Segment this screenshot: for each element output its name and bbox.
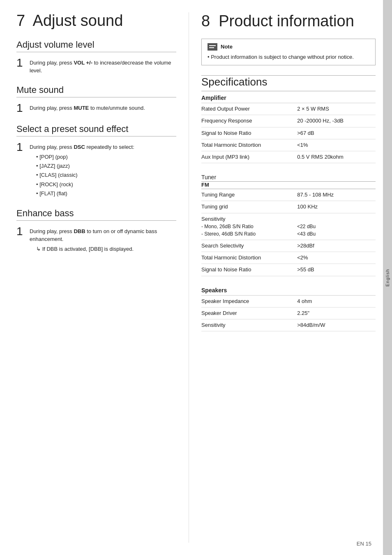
spec-value: <2%	[297, 252, 376, 264]
divider	[16, 97, 176, 97]
list-item: [FLAT] (flat)	[36, 189, 134, 198]
language-tab: English	[383, 0, 392, 555]
language-label: English	[385, 268, 390, 286]
table-row: Total Harmonic Distortion <1%	[201, 139, 376, 151]
table-row: Signal to Noise Ratio >55 dB	[201, 264, 376, 276]
spec-value: 100 KHz	[297, 201, 376, 213]
spec-label: Frequency Response	[201, 115, 297, 127]
step-1-volume: 1 During play, press VOL +/- to increase…	[16, 57, 176, 75]
spec-value: >84dB/m/W	[297, 319, 376, 331]
arrow-note: If DBB is activated, [DBB] is displayed.	[30, 245, 176, 253]
spec-label: Sensitivity - Mono, 26dB S/N Ratio - Ste…	[201, 213, 297, 240]
spec-label: Search Selectivity	[201, 240, 297, 252]
speakers-title: Speakers	[201, 284, 376, 296]
step-1-bass-text: During play, press DBB to turn on or off…	[30, 226, 176, 253]
amplifier-section: Amplifier Rated Output Power 2 × 5 W RMS…	[201, 91, 376, 163]
fm-table: Tuning Range 87.5 - 108 MHz Tuning grid …	[201, 189, 376, 276]
list-item: [POP] (pop)	[36, 153, 134, 162]
note-box: Note • Product information is subject to…	[201, 39, 376, 66]
table-row: Rated Output Power 2 × 5 W RMS	[201, 103, 376, 115]
spec-label: Speaker Driver	[201, 307, 297, 319]
amplifier-table: Rated Output Power 2 × 5 W RMS Frequency…	[201, 103, 376, 163]
divider	[16, 52, 176, 52]
table-row: Speaker Driver 2.25"	[201, 307, 376, 319]
table-row: Sensitivity - Mono, 26dB S/N Ratio - Ste…	[201, 213, 376, 240]
mute-sound-title: Mute sound	[16, 85, 176, 95]
list-item: [JAZZ] (jazz)	[36, 162, 134, 171]
section-enhance-bass: Enhance bass 1 During play, press DBB to…	[16, 208, 176, 253]
step-1-preset-text: During play, press DSC repeatedly to sel…	[30, 141, 134, 198]
spec-value: 2 × 5 W RMS	[297, 103, 376, 115]
table-row: Signal to Noise Ratio >67 dB	[201, 127, 376, 139]
divider	[16, 220, 176, 221]
step-1-bass: 1 During play, press DBB to turn on or o…	[16, 226, 176, 253]
list-item: [ROCK] (rock)	[36, 180, 134, 189]
page-footer: EN 15	[357, 541, 371, 547]
tuner-section: Tuner FM Tuning Range 87.5 - 108 MHz Tun…	[201, 171, 376, 276]
spec-value: 0.5 V RMS 20kohm	[297, 151, 376, 163]
table-row: Sensitivity >84dB/m/W	[201, 319, 376, 331]
table-row: Tuning grid 100 KHz	[201, 201, 376, 213]
left-column: 7 Adjust sound Adjust volume level 1 Dur…	[16, 12, 189, 543]
spec-label: Rated Output Power	[201, 103, 297, 115]
spec-label: Tuning Range	[201, 189, 297, 201]
table-row: Search Selectivity >28dBf	[201, 240, 376, 252]
spec-label: Speaker Impedance	[201, 296, 297, 308]
table-row: Total Harmonic Distortion <2%	[201, 252, 376, 264]
table-row: Aux Input (MP3 link) 0.5 V RMS 20kohm	[201, 151, 376, 163]
speakers-section: Speakers Speaker Impedance 4 ohm Speaker…	[201, 284, 376, 332]
spec-value: <22 dBu <43 dBu	[297, 213, 376, 240]
spec-label: Total Harmonic Distortion	[201, 252, 297, 264]
spec-value: >55 dB	[297, 264, 376, 276]
spec-label: Total Harmonic Distortion	[201, 139, 297, 151]
spec-label: Signal to Noise Ratio	[201, 264, 297, 276]
chapter8-title: 8 Product information	[201, 12, 376, 30]
sensitivity-stereo: - Stereo, 46dB S/N Ratio	[201, 231, 256, 237]
preset-list: [POP] (pop) [JAZZ] (jazz) [CLAS] (classi…	[30, 153, 134, 198]
spec-value: 4 ohm	[297, 296, 376, 308]
table-row: Speaker Impedance 4 ohm	[201, 296, 376, 308]
chapter7-title: 7 Adjust sound	[16, 12, 176, 30]
list-item: [CLAS] (classic)	[36, 171, 134, 180]
speakers-table: Speaker Impedance 4 ohm Speaker Driver 2…	[201, 296, 376, 332]
tuner-title: Tuner	[201, 171, 376, 181]
right-column: 8 Product information Note • Product inf…	[189, 12, 376, 543]
note-icon	[208, 43, 217, 51]
step-1-volume-text: During play, press VOL +/- to increase/d…	[30, 57, 176, 75]
preset-sound-title: Select a preset sound effect	[16, 124, 176, 134]
amplifier-title: Amplifier	[201, 91, 376, 103]
spec-value: >67 dB	[297, 127, 376, 139]
spec-value: 2.25"	[297, 307, 376, 319]
section-mute-sound: Mute sound 1 During play, press MUTE to …	[16, 85, 176, 114]
spec-value: >28dBf	[297, 240, 376, 252]
step-1-preset: 1 During play, press DSC repeatedly to s…	[16, 141, 176, 198]
spec-value: <1%	[297, 139, 376, 151]
note-text-content: Product information is subject to change…	[211, 54, 354, 60]
sensitivity-mono: - Mono, 26dB S/N Ratio	[201, 224, 254, 229]
table-row: Tuning Range 87.5 - 108 MHz	[201, 189, 376, 201]
note-label: Note	[221, 44, 233, 50]
specs-title: Specifications	[201, 76, 376, 88]
table-row: Frequency Response 20 -20000 Hz, -3dB	[201, 115, 376, 127]
spec-label: Aux Input (MP3 link)	[201, 151, 297, 163]
note-header: Note	[208, 43, 369, 51]
divider	[16, 136, 176, 136]
step-1-mute-text: During play, press MUTE to mute/unmute s…	[30, 102, 145, 114]
enhance-bass-title: Enhance bass	[16, 208, 176, 219]
spec-value: 87.5 - 108 MHz	[297, 189, 376, 201]
spec-label: Signal to Noise Ratio	[201, 127, 297, 139]
note-text: • Product information is subject to chan…	[208, 53, 369, 61]
spec-value: 20 -20000 Hz, -3dB	[297, 115, 376, 127]
step-1-mute: 1 During play, press MUTE to mute/unmute…	[16, 102, 176, 114]
adjust-volume-title: Adjust volume level	[16, 39, 176, 50]
spec-label: Sensitivity	[201, 319, 297, 331]
spec-label: Tuning grid	[201, 201, 297, 213]
section-adjust-volume: Adjust volume level 1 During play, press…	[16, 39, 176, 75]
fm-label: FM	[201, 182, 376, 189]
section-preset-sound: Select a preset sound effect 1 During pl…	[16, 124, 176, 198]
